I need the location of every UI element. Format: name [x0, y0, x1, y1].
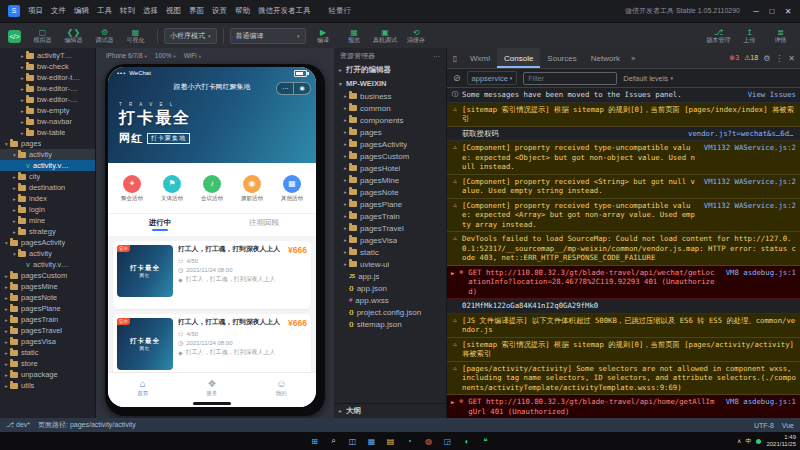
- menu-item[interactable]: 转到: [116, 6, 139, 16]
- taskbar-icon-edge[interactable]: ◔: [403, 434, 417, 448]
- action-button[interactable]: ⟲清缓存: [401, 24, 432, 48]
- warning-count-badge[interactable]: ⚠18: [744, 54, 758, 62]
- console-source-link[interactable]: VM1132 WAService.js:2: [699, 177, 796, 187]
- tree-item[interactable]: ▸bw-empty: [0, 105, 95, 116]
- tree-item[interactable]: ▸destination: [0, 182, 95, 193]
- more-icon[interactable]: ···: [433, 53, 440, 60]
- tray-item[interactable]: ∧: [737, 438, 741, 444]
- tabbar-item-我的[interactable]: ☺我的: [247, 373, 316, 407]
- tree-item[interactable]: ▸pagesHotel: [334, 162, 446, 174]
- menu-item[interactable]: 项目: [24, 6, 47, 16]
- tree-item[interactable]: ▸static: [0, 347, 95, 358]
- tree-item[interactable]: {}app.json: [334, 282, 446, 294]
- settings-gear-icon[interactable]: ⚙: [763, 54, 770, 63]
- taskbar-icon-vscode[interactable]: ◲: [441, 434, 455, 448]
- menu-item[interactable]: 微信开发者工具: [254, 6, 315, 16]
- toggle-device-toolbar-icon[interactable]: ▯: [447, 54, 463, 63]
- outline-section[interactable]: ▸ 大纲: [334, 403, 446, 418]
- tree-item[interactable]: Vactivity.v…: [0, 160, 95, 171]
- tree-item[interactable]: ▸pagesCustom: [334, 150, 446, 162]
- project-action-button[interactable]: ↥上传: [734, 24, 765, 48]
- console-source-link[interactable]: VM1132 WAService.js:2: [699, 143, 796, 153]
- tree-item[interactable]: ▸pagesTravel: [334, 222, 446, 234]
- tree-item[interactable]: ▸components: [334, 114, 446, 126]
- tree-item[interactable]: ▸pagesActivity: [334, 138, 446, 150]
- taskbar-clock[interactable]: 1:49 2021/11/25: [766, 434, 796, 448]
- tree-item[interactable]: {}project.config.json: [334, 306, 446, 318]
- console-row[interactable]: ▶⊗GET http://110.80.32.3/gt/blade-travel…: [447, 266, 800, 300]
- close-devtools-icon[interactable]: ✕: [788, 54, 795, 63]
- console-row[interactable]: ▶⊗GET http://110.80.32.3/gt/blade-travel…: [447, 395, 800, 418]
- more-icon[interactable]: ⋯: [277, 83, 294, 94]
- git-branch[interactable]: ⎇ dev*: [6, 421, 30, 429]
- tree-item[interactable]: ▸pagesNote: [334, 186, 446, 198]
- menu-item[interactable]: 工具: [93, 6, 116, 16]
- devtools-tab-console[interactable]: Console: [497, 48, 540, 68]
- network-select[interactable]: WiFi▾: [184, 52, 201, 59]
- taskbar-icon-search[interactable]: ⌕: [327, 434, 341, 448]
- action-button[interactable]: ▦预览: [339, 24, 370, 48]
- devtools-tab-sources[interactable]: Sources: [540, 48, 583, 68]
- tray-item[interactable]: 中: [745, 438, 751, 444]
- tree-item[interactable]: ▾pagesActivity: [0, 237, 95, 248]
- tree-item[interactable]: ▸store: [0, 358, 95, 369]
- tree-item[interactable]: ▸pagesVisa: [0, 336, 95, 347]
- close-button[interactable]: ✕: [780, 7, 796, 16]
- tree-item[interactable]: ▸business: [334, 90, 446, 102]
- menu-item[interactable]: 设置: [208, 6, 231, 16]
- tree-item[interactable]: ▸pagesMine: [334, 174, 446, 186]
- activity-card[interactable]: 官方打卡最全网红打工人，打工魂，打到深夜人上人¥666⚇4/50◷2021/11…: [113, 241, 311, 309]
- devtools-tab-network[interactable]: Network: [584, 48, 627, 68]
- clear-console-icon[interactable]: ⊘: [453, 73, 461, 83]
- tree-item[interactable]: ▸pagesTravel: [0, 325, 95, 336]
- tree-item[interactable]: ▸activityT…: [0, 50, 95, 61]
- taskbar-icon-start[interactable]: ⊞: [308, 434, 322, 448]
- devtools-tab-wxml[interactable]: Wxml: [463, 48, 497, 68]
- toggle-button[interactable]: ▦可视化: [120, 24, 151, 48]
- device-select[interactable]: iPhone 6/7/8▾: [106, 52, 147, 59]
- tree-item[interactable]: ▸unpackage: [0, 369, 95, 380]
- compile-mode-select[interactable]: 普通编译 ▾: [230, 28, 306, 44]
- view-issues-link[interactable]: View Issues: [748, 90, 796, 100]
- tree-item[interactable]: ▸index: [0, 193, 95, 204]
- tree-item[interactable]: ▸pages: [334, 126, 446, 138]
- tree-item[interactable]: ▸bw-navbar: [0, 116, 95, 127]
- tree-item[interactable]: ▸strategy: [0, 226, 95, 237]
- tree-item[interactable]: ▸uview-ui: [334, 258, 446, 270]
- category-item[interactable]: ◉摄影活动: [234, 175, 270, 202]
- capsule-menu[interactable]: ⋯◉: [276, 82, 311, 95]
- tree-item[interactable]: #app.wxss: [334, 294, 446, 306]
- category-item[interactable]: ⚑文体活动: [154, 175, 190, 202]
- project-action-button[interactable]: ≣详情: [765, 24, 796, 48]
- tab-overflow-icon[interactable]: »: [627, 54, 639, 63]
- tree-item[interactable]: ▾activity: [0, 248, 95, 259]
- console-source-link[interactable]: VM8 asdebug.js:1: [721, 268, 796, 278]
- minimize-button[interactable]: ─: [748, 7, 764, 16]
- maximize-button[interactable]: □: [764, 7, 780, 16]
- console-source-link[interactable]: vendor.js?t=wechat&s…6d620c7b8c83c:4856: [683, 129, 796, 139]
- tree-item[interactable]: ▸pagesMine: [0, 281, 95, 292]
- tab-ongoing[interactable]: 进行中: [108, 214, 212, 236]
- action-button[interactable]: ▣真机调试: [370, 24, 401, 48]
- project-root-section[interactable]: ▾ MP-WEIXIN: [334, 77, 446, 90]
- menu-item[interactable]: 选择: [139, 6, 162, 16]
- toggle-button[interactable]: ▢模拟器: [27, 24, 58, 48]
- language-mode[interactable]: Vue: [782, 422, 794, 429]
- tree-item[interactable]: ▸bw-editor-…: [0, 94, 95, 105]
- tree-item[interactable]: Vactivity.v…: [0, 259, 95, 270]
- toggle-button[interactable]: ❮❯编辑器: [58, 24, 89, 48]
- tree-item[interactable]: ▸pagesTrain: [334, 210, 446, 222]
- tree-item[interactable]: ▸pagesVisa: [334, 234, 446, 246]
- tree-item[interactable]: ▸login: [0, 204, 95, 215]
- menu-item[interactable]: 界面: [185, 6, 208, 16]
- category-item[interactable]: ♪会议活动: [194, 175, 230, 202]
- zoom-select[interactable]: 100%▾: [155, 52, 176, 59]
- tree-item[interactable]: ▸pagesTrain: [0, 314, 95, 325]
- tree-item[interactable]: ▸static: [334, 246, 446, 258]
- tree-item[interactable]: ▾activity: [0, 149, 95, 160]
- mode-select[interactable]: 小程序模式 ▾: [164, 28, 217, 44]
- tree-item[interactable]: ▸bw-editor-…: [0, 83, 95, 94]
- console-filter-input[interactable]: [523, 72, 617, 85]
- project-action-button[interactable]: ⎇版本管理: [703, 24, 734, 48]
- open-editors-section[interactable]: ▸ 打开的编辑器: [334, 63, 446, 77]
